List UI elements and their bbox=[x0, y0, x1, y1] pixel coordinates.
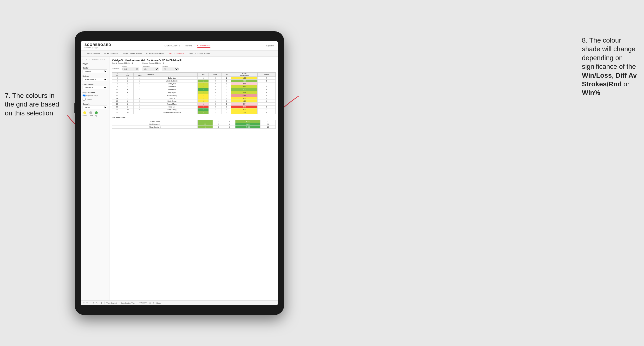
sidebar-gender-select[interactable]: Women's bbox=[82, 69, 107, 73]
sidebar-radio-top100[interactable]: Top 100 bbox=[82, 98, 107, 101]
sign-out-button[interactable]: Sign out bbox=[266, 44, 274, 47]
table-row: 20 10 6 Emily Chang 4 1 0 0.30 11 bbox=[112, 108, 276, 111]
radio-played-input[interactable] bbox=[82, 94, 86, 97]
filter-opponent-select[interactable]: (All) bbox=[162, 68, 179, 70]
col-conf: #Conf bbox=[133, 73, 146, 77]
cell-opponent: Sharon Mun bbox=[146, 85, 198, 88]
cell-opponent: Heejo Hyun bbox=[146, 91, 198, 94]
filter-conference-select[interactable]: (All) bbox=[142, 68, 159, 70]
annotation-right-bold1: Win/Loss bbox=[582, 72, 612, 79]
edit-button[interactable]: ✎ · bbox=[96, 302, 99, 304]
radio-top100-input[interactable] bbox=[82, 98, 86, 101]
subnav-team-h2h-grid[interactable]: TEAM H2H GRID bbox=[104, 52, 119, 55]
col-win: Win bbox=[198, 73, 209, 77]
table-header-row: #Div #Reg #Conf Opponent Win Loss Tie Di… bbox=[112, 73, 276, 77]
cell-win: 1 bbox=[198, 77, 209, 80]
cell-tie: 0 bbox=[222, 103, 231, 106]
sidebar-colour-select[interactable]: Win/loss bbox=[82, 106, 107, 109]
ood-cell-tie: 0 bbox=[224, 123, 236, 126]
cell-div: 5 bbox=[112, 80, 122, 82]
sidebar: Last Updated: 27/03/2024 16:55:38 Player… bbox=[81, 57, 110, 300]
cell-reg: 6 bbox=[122, 88, 133, 91]
table-row: 18 2 2 Euna Lee 0 2 0 -5.00 2 bbox=[112, 106, 276, 108]
ood-cell-win: 1 bbox=[198, 120, 213, 123]
undo-button[interactable]: ↩ bbox=[83, 302, 84, 304]
cell-reg: 6 bbox=[122, 91, 133, 94]
copy-button[interactable]: ⧉ bbox=[93, 302, 94, 304]
table-row: 11 6 1 Heejo Hyun 1 0 0 3.33 3 bbox=[112, 91, 276, 94]
sidebar-colour-label: Colour by bbox=[82, 103, 107, 105]
cell-win: 1 bbox=[198, 100, 209, 103]
ood-cell-opponent: Foreign Team bbox=[112, 120, 198, 123]
table-row: 3 1 1 Esther Lee 1 0 1 1.50 4 bbox=[112, 77, 276, 80]
cell-conf: 3 bbox=[133, 82, 146, 85]
back-button[interactable]: ↩ bbox=[90, 302, 91, 304]
cell-reg: 1 bbox=[122, 77, 133, 80]
clock-button[interactable]: ⏱ bbox=[101, 302, 102, 304]
subnav-player-summary[interactable]: PLAYER SUMMARY bbox=[146, 52, 164, 55]
watch-button[interactable]: 👁 Watch ▾ bbox=[139, 302, 147, 304]
redo-button[interactable]: ↪ bbox=[86, 302, 88, 304]
cell-tie: 0 bbox=[222, 100, 231, 103]
cell-win: 2 bbox=[198, 111, 209, 114]
cell-div: 3 bbox=[112, 77, 122, 80]
cell-win: 0 bbox=[198, 106, 209, 108]
filter-region-select[interactable]: (All) bbox=[122, 68, 139, 70]
table-row: 9 1 4 Sharon Mun 1 0 0 3.67 3 bbox=[112, 85, 276, 88]
ood-cell-rounds: 10 bbox=[260, 126, 276, 129]
save-custom-button[interactable]: Save Custom View bbox=[121, 302, 135, 304]
cell-win: 1 bbox=[198, 82, 209, 85]
cell-conf: 4 bbox=[133, 85, 146, 88]
sidebar-player-label: Player bbox=[82, 63, 107, 65]
logo-sub: Powered by clippd bbox=[84, 47, 111, 48]
share-icon-button[interactable]: ⬚ bbox=[149, 302, 151, 304]
out-of-division-table: Foreign Team 1 0 0 4.500 2 NAIA Division… bbox=[112, 120, 276, 129]
cell-div: 6 bbox=[112, 82, 122, 85]
col-tie: Tie bbox=[222, 73, 231, 77]
subnav-player-h2h-grid[interactable]: PLAYER H2H GRID bbox=[168, 52, 185, 55]
nav-tournaments[interactable]: TOURNAMENTS bbox=[164, 44, 180, 47]
cell-tie: 1 bbox=[222, 77, 231, 80]
cell-rounds: 3 bbox=[257, 91, 276, 94]
annotation-right-bold3: Win% bbox=[582, 89, 600, 96]
col-div: #Div bbox=[112, 73, 122, 77]
cell-loss: 1 bbox=[209, 100, 222, 103]
ood-cell-diff: 7.400 bbox=[236, 126, 260, 129]
cell-conf: 5 bbox=[133, 100, 146, 103]
cell-div: 16 bbox=[112, 103, 122, 106]
subnav-team-summary[interactable]: TEAM SUMMARY bbox=[84, 52, 100, 55]
header-right: ▸| Sign out bbox=[263, 44, 274, 47]
h2h-grid-table: #Div #Reg #Conf Opponent Win Loss Tie Di… bbox=[112, 72, 276, 114]
annotation-left-line1: 7. The colours in bbox=[5, 92, 55, 99]
cell-loss: 0 bbox=[209, 85, 222, 88]
cell-div: 9 bbox=[112, 85, 122, 88]
cell-rounds: 9 bbox=[257, 97, 276, 100]
out-of-division-header: Out of division bbox=[112, 117, 276, 119]
app-header: SCOREBOARD Powered by clippd TOURNAMENTS… bbox=[81, 41, 278, 50]
cell-loss: 2 bbox=[209, 106, 222, 108]
grid-records: Overall Record: 353 - 34 - 6 Division Re… bbox=[112, 62, 276, 64]
radio-top100-label: Top 100 bbox=[86, 99, 92, 100]
sidebar-player-rank-select[interactable]: 8. Katelyn Vo bbox=[82, 86, 107, 89]
cell-opponent: Andrea York bbox=[146, 88, 198, 91]
cell-reg: 10 bbox=[122, 108, 133, 111]
toolbar-divider-3 bbox=[137, 302, 137, 304]
share-button[interactable]: Share bbox=[156, 302, 161, 304]
cell-reg: 7 bbox=[122, 97, 133, 100]
ood-cell-loss: 0 bbox=[213, 123, 224, 126]
grid-title: Katelyn Vo Head-to-Head Grid for Women's… bbox=[112, 59, 276, 62]
view-original-button[interactable]: View: Original bbox=[106, 302, 117, 304]
ood-cell-opponent: NAIA Division 1 bbox=[112, 123, 198, 126]
sidebar-division-select[interactable]: NCAA Division III bbox=[82, 78, 107, 81]
nav-committee[interactable]: COMMITTEE bbox=[198, 44, 210, 48]
table-body: 3 1 1 Esther Lee 1 0 1 1.50 4 5 2 2 Alex… bbox=[112, 77, 276, 114]
filter-opponent-label: Opponent bbox=[162, 66, 179, 67]
ood-cell-rounds: 30 bbox=[260, 123, 276, 126]
nav-teams[interactable]: TEAMS bbox=[185, 44, 192, 47]
subnav-player-h2h-heatmap[interactable]: PLAYER H2H HEATMAP bbox=[189, 52, 211, 55]
subnav-team-h2h-heatmap[interactable]: TEAM H2H HEATMAP bbox=[123, 52, 142, 55]
overall-record-value: 353 - 34 - 6 bbox=[124, 62, 133, 64]
grid-icon-button[interactable]: ⊞ bbox=[153, 302, 154, 304]
cell-reg: 2 bbox=[122, 103, 133, 106]
sidebar-radio-played[interactable]: Opponents Played bbox=[82, 94, 107, 97]
